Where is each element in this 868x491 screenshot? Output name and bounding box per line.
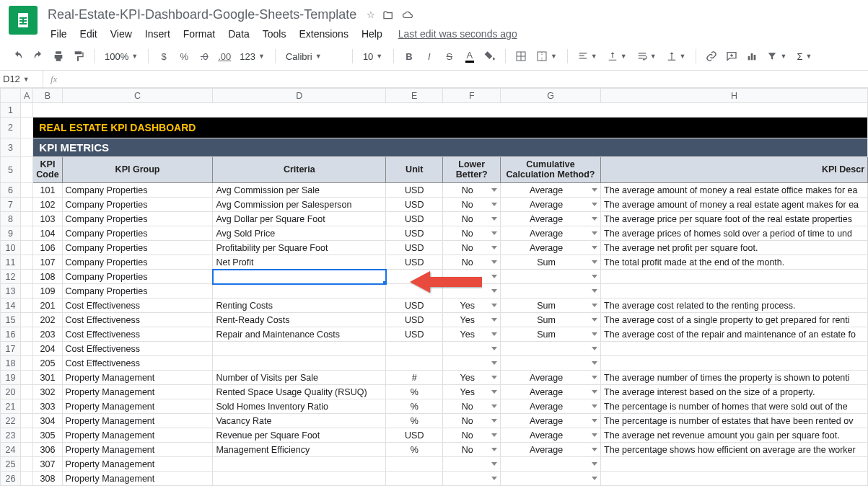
- cell-calc-method[interactable]: Average: [501, 241, 601, 255]
- cell-kpi-group[interactable]: Company Properties: [62, 212, 213, 226]
- col-header-G[interactable]: G: [501, 89, 601, 103]
- cell-kpi-group[interactable]: Cost Effectiveness: [62, 298, 213, 313]
- cell-lower-better[interactable]: [443, 284, 501, 298]
- cell-criteria[interactable]: Net Profit: [213, 255, 386, 270]
- cell-criteria[interactable]: Profitability per Square Foot: [213, 241, 386, 255]
- row-header-23[interactable]: 23: [1, 428, 21, 443]
- cell-criteria[interactable]: Repair and Maintenance Costs: [213, 327, 386, 342]
- cell-description[interactable]: [601, 472, 868, 486]
- undo-icon[interactable]: [9, 47, 27, 66]
- insert-link-button[interactable]: [702, 47, 721, 66]
- col-header-F[interactable]: F: [443, 89, 501, 103]
- paint-format-icon[interactable]: [69, 47, 88, 66]
- cell-lower-better[interactable]: Yes: [443, 313, 501, 327]
- vertical-align-button[interactable]: ▼: [603, 47, 631, 66]
- cell-calc-method[interactable]: Average: [501, 198, 601, 212]
- cell-criteria[interactable]: [213, 342, 386, 356]
- cell-description[interactable]: The percentage shows how efficient on av…: [601, 443, 868, 457]
- menu-data[interactable]: Data: [222, 25, 255, 43]
- select-all-corner[interactable]: [1, 89, 21, 103]
- sheets-logo-icon[interactable]: [9, 6, 38, 35]
- table-row[interactable]: 15 202 Cost Effectiveness Rent-Ready Cos…: [1, 313, 868, 327]
- cell-lower-better[interactable]: Yes: [443, 385, 501, 399]
- move-icon[interactable]: [382, 9, 394, 21]
- formula-input[interactable]: [64, 71, 868, 87]
- table-row[interactable]: 26 308 Property Management: [1, 472, 868, 486]
- row-header-25[interactable]: 25: [1, 457, 21, 472]
- cell-kpi-code[interactable]: 108: [33, 270, 62, 284]
- cell-calc-method[interactable]: [501, 457, 601, 472]
- cell-calc-method[interactable]: Average: [501, 212, 601, 226]
- cell-description[interactable]: The percentage is number of homes that w…: [601, 399, 868, 414]
- cell-kpi-group[interactable]: Company Properties: [62, 255, 213, 270]
- cell-calc-method[interactable]: Average: [501, 226, 601, 241]
- cell-calc-method[interactable]: Sum: [501, 313, 601, 327]
- table-row[interactable]: 13 109 Company Properties: [1, 284, 868, 298]
- text-color-button[interactable]: A: [460, 47, 479, 66]
- cell-description[interactable]: The average amount of money a real estat…: [601, 198, 868, 212]
- cell-lower-better[interactable]: No: [443, 428, 501, 443]
- cell-kpi-group[interactable]: Property Management: [62, 399, 213, 414]
- cell-kpi-group[interactable]: Company Properties: [62, 270, 213, 284]
- cell-kpi-group[interactable]: Cost Effectiveness: [62, 342, 213, 356]
- cell-description[interactable]: [601, 284, 868, 298]
- name-box[interactable]: D12▼: [0, 71, 43, 87]
- cell-kpi-group[interactable]: Property Management: [62, 414, 213, 428]
- doc-title[interactable]: Real-Estate-KPI-Dashboard-Google-Sheets-…: [45, 6, 359, 24]
- table-row[interactable]: 9 104 Company Properties Avg Sold Price …: [1, 226, 868, 241]
- cell-kpi-code[interactable]: 305: [33, 428, 62, 443]
- cell-description[interactable]: The average net profit per square foot.: [601, 241, 868, 255]
- cell-criteria[interactable]: Renting Costs: [213, 298, 386, 313]
- cell-kpi-group[interactable]: Property Management: [62, 443, 213, 457]
- cell-lower-better[interactable]: No: [443, 226, 501, 241]
- cell-kpi-code[interactable]: 203: [33, 327, 62, 342]
- table-row[interactable]: 7 102 Company Properties Avg Commission …: [1, 198, 868, 212]
- table-row[interactable]: 22 304 Property Management Vacancy Rate …: [1, 414, 868, 428]
- cell-description[interactable]: The average price per square foot of the…: [601, 212, 868, 226]
- cell-description[interactable]: The average cost of the repair and maint…: [601, 327, 868, 342]
- merge-cells-button[interactable]: ▼: [532, 47, 561, 66]
- cell-calc-method[interactable]: Average: [501, 414, 601, 428]
- cell-criteria[interactable]: Avg Commission per Sale: [213, 183, 386, 198]
- row-header-15[interactable]: 15: [1, 313, 21, 327]
- row-header-5[interactable]: 5: [1, 157, 21, 183]
- print-icon[interactable]: [49, 47, 68, 66]
- cell-unit[interactable]: [386, 457, 443, 472]
- cell-criteria[interactable]: Vacancy Rate: [213, 414, 386, 428]
- cell-unit[interactable]: USD: [386, 183, 443, 198]
- row-header-8[interactable]: 8: [1, 212, 21, 226]
- cell-criteria[interactable]: Avg Sold Price: [213, 226, 386, 241]
- cell-description[interactable]: The average cost of a single property to…: [601, 313, 868, 327]
- cell-kpi-group[interactable]: Property Management: [62, 457, 213, 472]
- cell-kpi-code[interactable]: 104: [33, 226, 62, 241]
- cell-unit[interactable]: USD: [386, 327, 443, 342]
- cell-unit[interactable]: [386, 472, 443, 486]
- cell-kpi-group[interactable]: Property Management: [62, 371, 213, 385]
- row-header-2[interactable]: 2: [1, 118, 21, 138]
- table-row[interactable]: 25 307 Property Management: [1, 457, 868, 472]
- cell-lower-better[interactable]: [443, 270, 501, 284]
- cell-unit[interactable]: %: [386, 443, 443, 457]
- cell-description[interactable]: The total profit made at the end of the …: [601, 255, 868, 270]
- redo-icon[interactable]: [29, 47, 48, 66]
- format-percent-button[interactable]: %: [175, 47, 193, 66]
- table-row[interactable]: 8 103 Company Properties Avg Dollar per …: [1, 212, 868, 226]
- cell-description[interactable]: The average net revenue amount you gain …: [601, 428, 868, 443]
- menu-tools[interactable]: Tools: [257, 25, 292, 43]
- cell-lower-better[interactable]: [443, 457, 501, 472]
- row-header-10[interactable]: 10: [1, 241, 21, 255]
- cell-unit[interactable]: USD: [386, 198, 443, 212]
- menu-edit[interactable]: Edit: [74, 25, 103, 43]
- cell-lower-better[interactable]: No: [443, 183, 501, 198]
- row-header-3[interactable]: 3: [1, 138, 21, 157]
- insert-comment-button[interactable]: [722, 47, 741, 66]
- row-header-16[interactable]: 16: [1, 327, 21, 342]
- cell-kpi-code[interactable]: 106: [33, 241, 62, 255]
- cell-description[interactable]: The average cost related to the renting …: [601, 298, 868, 313]
- cell-kpi-group[interactable]: Company Properties: [62, 183, 213, 198]
- cell-kpi-group[interactable]: Cost Effectiveness: [62, 327, 213, 342]
- cell-description[interactable]: [601, 342, 868, 356]
- fill-color-button[interactable]: [481, 47, 499, 66]
- cell-calc-method[interactable]: Average: [501, 428, 601, 443]
- cell-calc-method[interactable]: Sum: [501, 255, 601, 270]
